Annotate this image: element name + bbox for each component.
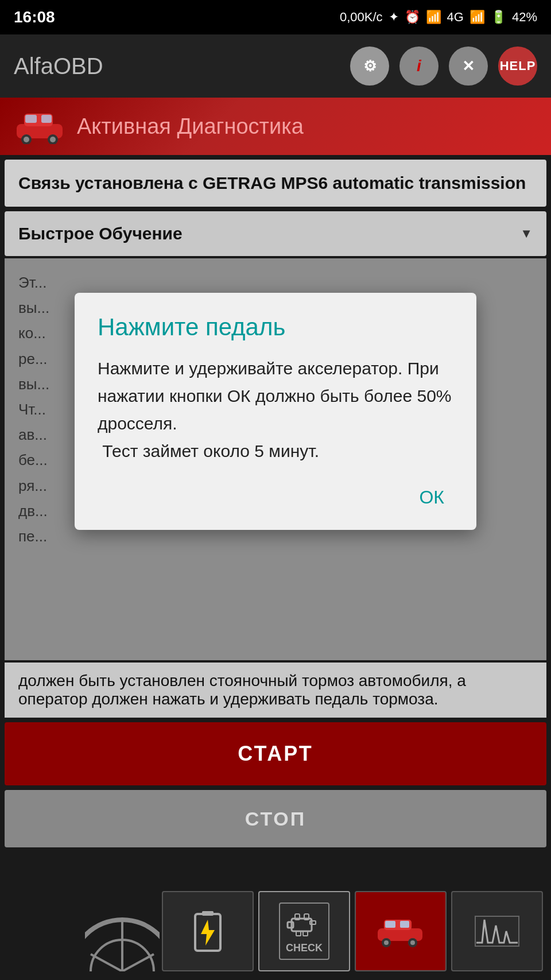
svg-rect-17 — [288, 922, 293, 928]
status-bar: 16:08 0,00K/c ✦ ⏰ 📶 4G 📶 🔋 42% — [0, 0, 551, 34]
dialog-title: Нажмите педаль — [98, 313, 453, 341]
svg-rect-14 — [202, 911, 214, 916]
main-content: Эт... вы... ко... ре... вы... Чт... ав..… — [5, 258, 546, 660]
svg-point-3 — [24, 137, 29, 142]
start-button[interactable]: СТАРТ — [5, 722, 546, 785]
network-speed: 0,00K/c — [340, 10, 383, 25]
gear-icon-button[interactable]: ⚙ — [350, 47, 389, 86]
alarm-icon: ⏰ — [405, 10, 420, 25]
svg-rect-16 — [292, 919, 312, 931]
status-time: 16:08 — [14, 8, 55, 26]
svg-rect-30 — [400, 921, 409, 928]
battery-icon: 🔋 — [491, 10, 506, 25]
stop-button[interactable]: СТОП — [5, 790, 546, 847]
car-nav-icon — [375, 914, 426, 948]
svg-line-12 — [122, 954, 154, 971]
svg-rect-7 — [41, 115, 52, 123]
dropdown-arrow-icon: ▼ — [520, 226, 533, 241]
svg-line-11 — [91, 954, 122, 971]
dialog-ok-button[interactable]: ОК — [410, 482, 453, 513]
app-title: AlfaOBD — [14, 53, 339, 79]
bottom-nav-check[interactable]: CHECK — [258, 891, 350, 971]
bottom-description-text: должен быть установлен стояночный тормоз… — [18, 672, 466, 708]
connection-text: Связь установлена с GETRAG MPS6 automati… — [18, 171, 533, 195]
nav-bar: AlfaOBD ⚙ i ✕ HELP — [0, 34, 551, 98]
dropdown-box[interactable]: Быстрое Обучение ▼ — [5, 211, 546, 256]
svg-rect-29 — [385, 921, 395, 928]
dialog-box: Нажмите педаль Нажмите и удерживайте акс… — [75, 293, 476, 530]
car-icon — [14, 107, 65, 146]
dialog-overlay: Нажмите педаль Нажмите и удерживайте акс… — [5, 258, 546, 660]
bottom-nav-chart[interactable] — [451, 891, 543, 971]
info-icon-button[interactable]: i — [399, 47, 439, 86]
tools-icon-button[interactable]: ✕ — [449, 47, 488, 86]
check-engine-icon — [286, 908, 317, 940]
bottom-nav-battery[interactable] — [162, 891, 254, 971]
bottom-description: должен быть установлен стояночный тормоз… — [5, 663, 546, 718]
network-type: 4G — [447, 10, 464, 25]
bottom-nav-bar: CHECK — [0, 882, 551, 980]
bluetooth-icon: ✦ — [389, 10, 399, 25]
svg-point-26 — [384, 940, 389, 945]
bottom-nav-wheel[interactable] — [85, 891, 160, 971]
svg-point-28 — [410, 940, 415, 945]
dialog-body: Нажмите и удерживайте акселератор. При н… — [98, 355, 453, 465]
bottom-nav-car[interactable] — [355, 891, 447, 971]
banner-title: Активная Диагностика — [77, 114, 304, 139]
svg-marker-15 — [201, 920, 215, 946]
svg-point-5 — [50, 137, 56, 142]
chart-nav-icon — [474, 914, 520, 948]
svg-rect-6 — [25, 115, 37, 123]
status-right: 0,00K/c ✦ ⏰ 📶 4G 📶 🔋 42% — [340, 10, 537, 25]
nav-icons: ⚙ i ✕ HELP — [350, 47, 537, 86]
signal-icon2: 📶 — [469, 10, 485, 25]
signal-icon: 📶 — [426, 10, 441, 25]
header-banner: Активная Диагностика — [0, 98, 551, 155]
help-icon-button[interactable]: HELP — [498, 47, 537, 86]
battery-percent: 42% — [512, 10, 537, 25]
dialog-actions: ОК — [98, 482, 453, 513]
connection-box: Связь установлена с GETRAG MPS6 automati… — [5, 160, 546, 207]
dropdown-label: Быстрое Обучение — [18, 224, 183, 243]
check-label: CHECK — [286, 942, 323, 954]
battery-nav-icon — [191, 908, 225, 954]
